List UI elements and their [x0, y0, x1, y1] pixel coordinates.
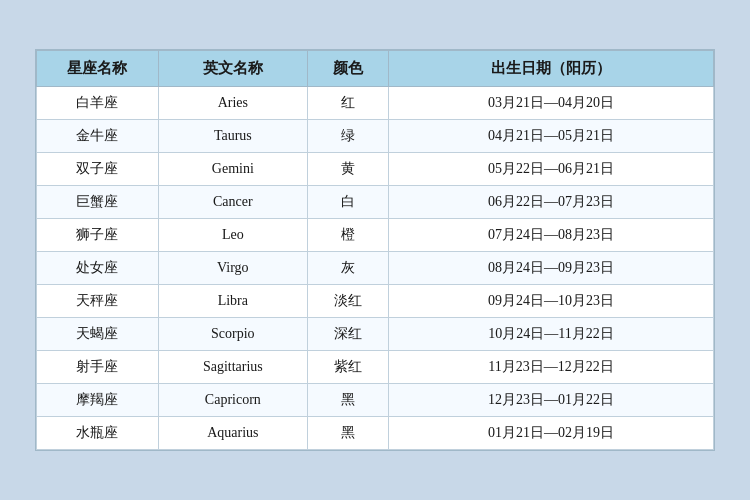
cell-english-name: Aquarius — [158, 417, 307, 450]
cell-date: 10月24日—11月22日 — [389, 318, 714, 351]
table-row: 狮子座Leo橙07月24日—08月23日 — [37, 219, 714, 252]
cell-date: 06月22日—07月23日 — [389, 186, 714, 219]
cell-color: 红 — [307, 87, 388, 120]
header-color: 颜色 — [307, 51, 388, 87]
cell-color: 淡红 — [307, 285, 388, 318]
cell-chinese-name: 水瓶座 — [37, 417, 159, 450]
cell-chinese-name: 天秤座 — [37, 285, 159, 318]
cell-english-name: Leo — [158, 219, 307, 252]
cell-date: 12月23日—01月22日 — [389, 384, 714, 417]
cell-color: 绿 — [307, 120, 388, 153]
cell-color: 灰 — [307, 252, 388, 285]
cell-chinese-name: 天蝎座 — [37, 318, 159, 351]
header-english-name: 英文名称 — [158, 51, 307, 87]
cell-english-name: Gemini — [158, 153, 307, 186]
table-body: 白羊座Aries红03月21日—04月20日金牛座Taurus绿04月21日—0… — [37, 87, 714, 450]
table-row: 金牛座Taurus绿04月21日—05月21日 — [37, 120, 714, 153]
cell-chinese-name: 金牛座 — [37, 120, 159, 153]
cell-chinese-name: 巨蟹座 — [37, 186, 159, 219]
zodiac-table-container: 星座名称 英文名称 颜色 出生日期（阳历） 白羊座Aries红03月21日—04… — [35, 49, 715, 451]
table-row: 天蝎座Scorpio深红10月24日—11月22日 — [37, 318, 714, 351]
cell-color: 黑 — [307, 417, 388, 450]
table-row: 巨蟹座Cancer白06月22日—07月23日 — [37, 186, 714, 219]
zodiac-table: 星座名称 英文名称 颜色 出生日期（阳历） 白羊座Aries红03月21日—04… — [36, 50, 714, 450]
cell-color: 黄 — [307, 153, 388, 186]
cell-english-name: Sagittarius — [158, 351, 307, 384]
cell-color: 橙 — [307, 219, 388, 252]
cell-date: 01月21日—02月19日 — [389, 417, 714, 450]
cell-date: 11月23日—12月22日 — [389, 351, 714, 384]
cell-english-name: Aries — [158, 87, 307, 120]
cell-date: 07月24日—08月23日 — [389, 219, 714, 252]
table-row: 白羊座Aries红03月21日—04月20日 — [37, 87, 714, 120]
table-row: 摩羯座Capricorn黑12月23日—01月22日 — [37, 384, 714, 417]
cell-english-name: Scorpio — [158, 318, 307, 351]
cell-english-name: Virgo — [158, 252, 307, 285]
cell-chinese-name: 射手座 — [37, 351, 159, 384]
table-header-row: 星座名称 英文名称 颜色 出生日期（阳历） — [37, 51, 714, 87]
cell-date: 09月24日—10月23日 — [389, 285, 714, 318]
table-row: 处女座Virgo灰08月24日—09月23日 — [37, 252, 714, 285]
cell-color: 紫红 — [307, 351, 388, 384]
table-row: 射手座Sagittarius紫红11月23日—12月22日 — [37, 351, 714, 384]
table-row: 天秤座Libra淡红09月24日—10月23日 — [37, 285, 714, 318]
cell-color: 白 — [307, 186, 388, 219]
cell-date: 03月21日—04月20日 — [389, 87, 714, 120]
cell-english-name: Capricorn — [158, 384, 307, 417]
table-row: 双子座Gemini黄05月22日—06月21日 — [37, 153, 714, 186]
header-date: 出生日期（阳历） — [389, 51, 714, 87]
cell-chinese-name: 处女座 — [37, 252, 159, 285]
cell-chinese-name: 白羊座 — [37, 87, 159, 120]
cell-color: 黑 — [307, 384, 388, 417]
cell-date: 08月24日—09月23日 — [389, 252, 714, 285]
cell-english-name: Cancer — [158, 186, 307, 219]
table-row: 水瓶座Aquarius黑01月21日—02月19日 — [37, 417, 714, 450]
cell-chinese-name: 摩羯座 — [37, 384, 159, 417]
header-chinese-name: 星座名称 — [37, 51, 159, 87]
cell-date: 05月22日—06月21日 — [389, 153, 714, 186]
cell-chinese-name: 狮子座 — [37, 219, 159, 252]
cell-english-name: Taurus — [158, 120, 307, 153]
cell-chinese-name: 双子座 — [37, 153, 159, 186]
cell-date: 04月21日—05月21日 — [389, 120, 714, 153]
cell-color: 深红 — [307, 318, 388, 351]
cell-english-name: Libra — [158, 285, 307, 318]
